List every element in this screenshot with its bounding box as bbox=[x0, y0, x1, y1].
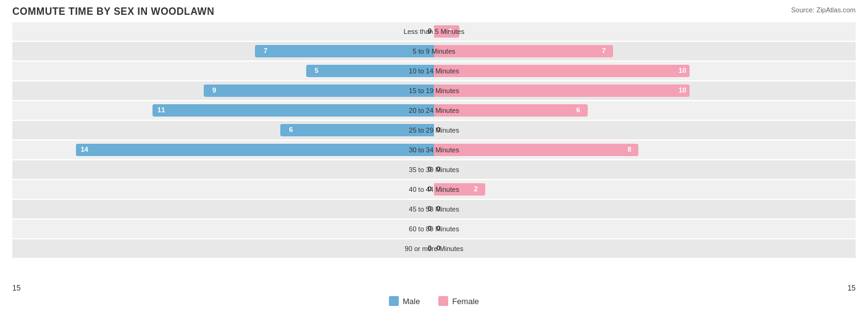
row-label: 15 to 19 Minutes bbox=[409, 87, 459, 94]
chart-container: COMMUTE TIME BY SEX IN WOODLAWN Source: … bbox=[0, 0, 868, 322]
chart-row: Less than 5 Minutes01 bbox=[12, 22, 856, 41]
legend-male: Male bbox=[389, 296, 420, 306]
legend-female-box bbox=[438, 296, 448, 306]
legend: Male Female bbox=[12, 296, 856, 306]
male-bar bbox=[255, 45, 434, 57]
source-label: Source: ZipAtlas.com bbox=[791, 6, 856, 14]
legend-female-label: Female bbox=[452, 297, 478, 306]
row-label: 30 to 34 Minutes bbox=[409, 146, 459, 154]
row-label: 60 to 89 Minutes bbox=[409, 225, 459, 233]
chart-row: 20 to 24 Minutes116 bbox=[12, 101, 856, 120]
row-label: 90 or more Minutes bbox=[405, 245, 464, 252]
male-bar bbox=[152, 104, 434, 117]
chart-row: 25 to 29 Minutes60 bbox=[12, 121, 856, 139]
male-bar bbox=[76, 144, 434, 156]
chart-row: 60 to 89 Minutes00 bbox=[12, 220, 856, 238]
male-value: 14 bbox=[81, 146, 88, 153]
female-bar bbox=[434, 144, 638, 156]
male-bar bbox=[204, 85, 434, 97]
chart-row: 35 to 39 Minutes00 bbox=[12, 160, 856, 179]
row-label: 25 to 29 Minutes bbox=[409, 126, 459, 134]
chart-row: 15 to 19 Minutes910 bbox=[12, 81, 856, 100]
row-label: Less than 5 Minutes bbox=[404, 28, 464, 35]
chart-row: 40 to 44 Minutes02 bbox=[12, 180, 856, 199]
female-value: 10 bbox=[678, 86, 686, 94]
row-label: 20 to 24 Minutes bbox=[409, 107, 459, 114]
female-value: 8 bbox=[627, 146, 631, 153]
row-label: 5 to 9 Minutes bbox=[412, 47, 455, 55]
row-label: 35 to 39 Minutes bbox=[409, 166, 459, 173]
female-bar bbox=[434, 65, 690, 77]
female-value: 7 bbox=[602, 47, 606, 54]
female-value: 10 bbox=[678, 67, 686, 74]
legend-male-box bbox=[389, 296, 399, 306]
female-value: 6 bbox=[577, 106, 580, 114]
male-value: 9 bbox=[212, 86, 216, 94]
row-label: 10 to 14 Minutes bbox=[409, 67, 459, 75]
chart-row: 45 to 59 Minutes00 bbox=[12, 200, 856, 218]
female-value: 2 bbox=[474, 185, 478, 192]
legend-male-label: Male bbox=[403, 297, 420, 306]
male-value: 7 bbox=[264, 47, 267, 54]
axis-bottom: 15 15 bbox=[12, 284, 856, 292]
row-label: 45 to 59 Minutes bbox=[409, 205, 459, 213]
male-value: 5 bbox=[315, 67, 319, 74]
axis-right-label: 15 bbox=[848, 284, 856, 292]
axis-left-label: 15 bbox=[12, 284, 20, 292]
chart-row: 30 to 34 Minutes148 bbox=[12, 141, 856, 159]
chart-row: 10 to 14 Minutes510 bbox=[12, 62, 856, 80]
chart-row: 5 to 9 Minutes77 bbox=[12, 42, 856, 60]
chart-area: Less than 5 Minutes015 to 9 Minutes7710 … bbox=[12, 22, 856, 281]
chart-title: COMMUTE TIME BY SEX IN WOODLAWN bbox=[12, 6, 856, 17]
row-label: 40 to 44 Minutes bbox=[409, 186, 459, 193]
female-bar bbox=[434, 85, 690, 97]
female-bar bbox=[434, 45, 613, 57]
male-value: 11 bbox=[157, 106, 165, 114]
male-value: 6 bbox=[289, 126, 293, 133]
legend-female: Female bbox=[438, 296, 478, 306]
chart-row: 90 or more Minutes00 bbox=[12, 239, 856, 258]
